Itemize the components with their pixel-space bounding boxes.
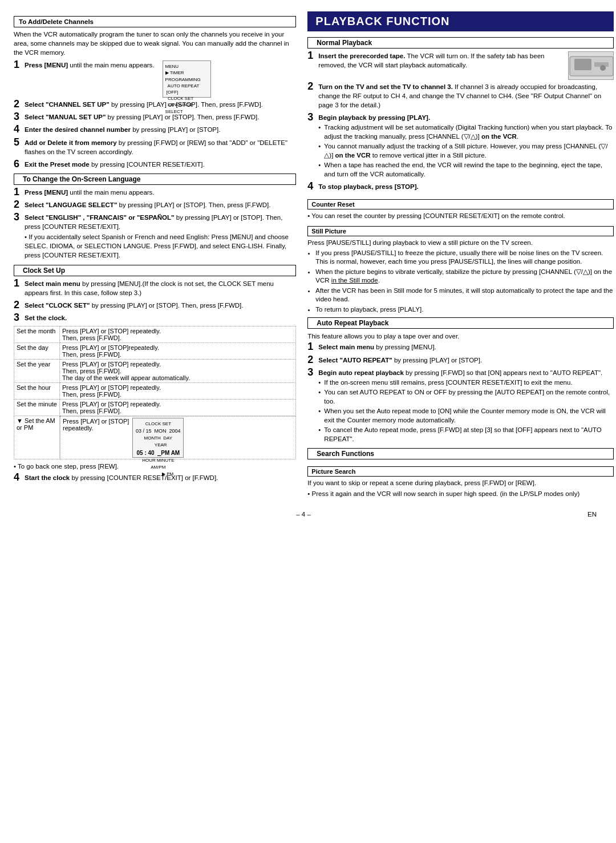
- npb-step-2-text: Turn on the TV and set the TV to channel…: [318, 82, 614, 110]
- step-num-np3: 3: [307, 112, 315, 180]
- ar-step-1-text: Select main menu by pressing [MENU].: [318, 342, 614, 352]
- add-delete-header: To Add/Delete Channels: [14, 16, 296, 27]
- npb-step-1: 1 Insert the prerecorded tape. The VCR w…: [307, 51, 614, 80]
- lang-step-2-text: Select "LANGUAGE SELECT" by pressing [PL…: [25, 200, 296, 209]
- counter-reset-header: Counter Reset: [307, 199, 614, 209]
- clock-step-2: 2 Select "CLOCK SET" by pressing [PLAY] …: [14, 301, 296, 311]
- clock-arrow-left: [14, 265, 19, 276]
- footer-center: – 4 –: [296, 511, 311, 518]
- auto-repeat-header: Auto Repeat Playback: [313, 317, 608, 329]
- npb-step-4-text: To stop playback, press [STOP].: [318, 182, 614, 191]
- still-picture-header: Still Picture: [307, 226, 614, 236]
- change-lang-section: To Change the On-Screen Language: [14, 174, 296, 185]
- picture-search-text: If you want to skip or repeat a scene du…: [307, 478, 614, 487]
- step-num-c4: 4: [14, 472, 22, 483]
- list-item: If you press [PAUSE/STILL] to freeze the…: [315, 249, 614, 267]
- step-num-4: 4: [14, 124, 22, 135]
- right-column: PLAYBACK FUNCTION Normal Playback 1 Inse…: [307, 11, 614, 501]
- step-num-ar1: 1: [307, 341, 315, 353]
- picture-search-header: Picture Search: [307, 466, 614, 477]
- step-num-c2: 2: [14, 300, 22, 311]
- left-column: To Add/Delete Channels When the VCR auto…: [14, 11, 296, 501]
- sf-arrow-left: [307, 448, 313, 459]
- step-num-np1: 1: [307, 50, 315, 80]
- ar-step-1: 1 Select main menu by pressing [MENU].: [307, 342, 614, 353]
- counter-reset-text: • You can reset the counter by pressing …: [307, 211, 614, 220]
- npb-arrow-right: [608, 37, 614, 49]
- clock-step-2-text: Select "CLOCK SET" by pressing [PLAY] or…: [25, 301, 296, 310]
- list-item: After the VCR has been in Still mode for…: [315, 287, 614, 304]
- clock-step-1-text: Select main menu by pressing [MENU].(If …: [25, 279, 296, 297]
- step-4-text: Enter the desired channel number by pres…: [25, 125, 296, 134]
- menu-diagram: MENU ▶ TIMER PROGRAMMING AUTO REPEAT [OF…: [163, 60, 211, 98]
- step-num-c1: 1: [14, 278, 22, 299]
- step-num-c3: 3: [14, 312, 22, 324]
- table-row: Set the month Press [PLAY] or [STOP] rep…: [14, 326, 296, 342]
- add-step-2: 2 Select "CHANNEL SET UP" by pressing [P…: [14, 100, 296, 110]
- normal-pb-header: Normal Playback: [313, 37, 608, 49]
- picture-search-note: • Press it again and the VCR will now se…: [307, 489, 614, 498]
- lang-step-2: 2 Select "LANGUAGE SELECT" by pressing […: [14, 200, 296, 211]
- step-num-ar2: 2: [307, 354, 315, 366]
- step-5-text: Add or Delete it from memory by pressing…: [25, 138, 296, 156]
- step-num-6: 6: [14, 159, 22, 170]
- step-6-text: Exit the Preset mode by pressing [COUNTE…: [25, 160, 296, 169]
- step-num-ar3: 3: [307, 367, 315, 445]
- add-step-3: 3 Select "MANUAL SET UP" by pressing [PL…: [14, 112, 296, 123]
- clock-label-year: Set the year: [14, 359, 60, 382]
- table-row: Set the day Press [PLAY] or [STOP]repeat…: [14, 342, 296, 359]
- page-container: To Add/Delete Channels When the VCR auto…: [14, 11, 602, 501]
- clock-step-3-text: Set the clock.: [25, 313, 296, 322]
- lang-step-1: 1 Press [MENU] until the main menu appea…: [14, 188, 296, 198]
- auto-repeat-intro: This feature allows you to play a tape o…: [307, 332, 614, 341]
- ar-arrow-left: [307, 317, 313, 329]
- playback-function-header: PLAYBACK FUNCTION: [307, 11, 614, 31]
- list-item: When you set the Auto repeat mode to [ON…: [318, 407, 614, 425]
- npb-step-3-bullets: Tracking adjustment will be set automati…: [318, 123, 614, 179]
- footer: – 4 – EN: [14, 511, 602, 518]
- list-item: You cannot manually adjust the tracking …: [318, 142, 614, 160]
- table-row: Set the hour Press [PLAY] or [STOP] repe…: [14, 382, 296, 399]
- step-num-1: 1: [14, 59, 22, 98]
- search-functions-section: Search Functions: [307, 448, 614, 459]
- clock-label-ampm: ▼ Set the AMor PM: [14, 416, 60, 459]
- clock-instr-day: Press [PLAY] or [STOP]repeatedly.Then, p…: [60, 342, 296, 359]
- clock-arrow-right: [290, 265, 296, 276]
- still-picture-bullets: If you press [PAUSE/STILL] to freeze the…: [307, 249, 614, 314]
- step-num-np2: 2: [307, 81, 315, 111]
- clock-instr-month: Press [PLAY] or [STOP] repeatedly.Then, …: [60, 326, 296, 342]
- list-item: You can set AUTO REPEAT to ON or OFF by …: [318, 388, 614, 406]
- clock-instr-year: Press [PLAY] or [STOP] repeatedly.Then, …: [60, 359, 296, 382]
- add-step-4: 4 Enter the desired channel number by pr…: [14, 125, 296, 135]
- add-step-6: 6 Exit the Preset mode by pressing [COUN…: [14, 160, 296, 170]
- clock-table: Set the month Press [PLAY] or [STOP] rep…: [14, 326, 296, 460]
- npb-step-2: 2 Turn on the TV and set the TV to chann…: [307, 82, 614, 111]
- list-item: Tracking adjustment will be set automati…: [318, 123, 614, 141]
- npb-step-3-text: Begin playback by pressing [PLAY].: [318, 113, 614, 122]
- clock-step-4: 4 Start the clock by pressing [COUNTER R…: [14, 473, 296, 483]
- step-num-l2: 2: [14, 199, 22, 211]
- clock-header: Clock Set Up: [19, 265, 290, 276]
- arrow-left: [14, 174, 19, 185]
- list-item: To return to playback, press [PLALY].: [315, 305, 614, 314]
- sf-arrow-right: [608, 448, 614, 459]
- vcr-diagram: [568, 51, 614, 80]
- clock-instr-minute: Press [PLAY] or [STOP] repeatedly.Then, …: [60, 399, 296, 416]
- step-num-np4: 4: [307, 181, 315, 192]
- lang-step-1-text: Press [MENU] until the main menu appears…: [25, 188, 296, 197]
- ar-step-2: 2 Select "AUTO REPEAT" by pressing [PLAY…: [307, 356, 614, 366]
- table-row: Set the year Press [PLAY] or [STOP] repe…: [14, 359, 296, 382]
- clock-instr-hour: Press [PLAY] or [STOP] repeatedly.Then, …: [60, 382, 296, 399]
- still-picture-intro: Press [PAUSE/STILL] during playback to v…: [307, 238, 614, 247]
- normal-pb-section: Normal Playback: [307, 37, 614, 49]
- list-item: When the picture begins to vibrate verti…: [315, 268, 614, 285]
- arrow-right: [290, 174, 296, 185]
- clock-step-4-text: Start the clock by pressing [COUNTER RES…: [25, 473, 296, 482]
- clock-label-hour: Set the hour: [14, 382, 60, 399]
- clock-instr-ampm: Press [PLAY] or [STOP]repeatedly. CLOCK …: [60, 416, 296, 459]
- change-lang-header: To Change the On-Screen Language: [19, 174, 290, 185]
- list-item: When a tape has reached the end, the VCR…: [318, 161, 614, 179]
- step-num-l3: 3: [14, 212, 22, 261]
- clock-label-day: Set the day: [14, 342, 60, 359]
- clock-label-month: Set the month: [14, 326, 60, 342]
